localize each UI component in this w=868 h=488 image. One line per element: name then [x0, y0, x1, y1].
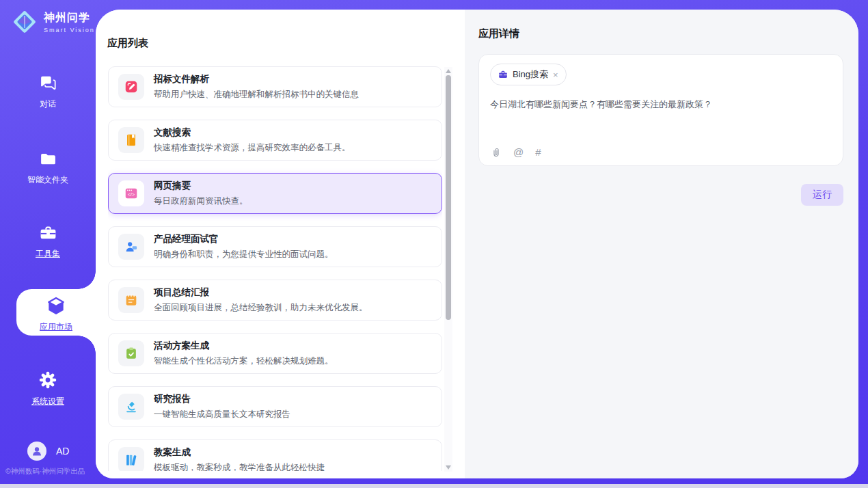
app-description: 一键智能生成高质量长文本研究报告: [154, 409, 290, 420]
copyright-footer: ©神州数码·神州问学出品: [5, 467, 85, 476]
diamond-logo-icon: [11, 8, 38, 36]
attachment-icon[interactable]: [490, 146, 502, 158]
prompt-card: Bing搜索 × 今日湖北有哪些新闻要点？有哪些需要关注的最新政策？ @ #: [478, 54, 843, 166]
sidebar-item-label: 智能文件夹: [27, 175, 68, 185]
tool-tag-label: Bing搜索: [513, 68, 548, 81]
cube-icon: [45, 295, 67, 317]
app-item-literature-search[interactable]: 文献搜索 快速精准查找学术资源，提高研究效率的必备工具。: [108, 120, 442, 161]
run-button[interactable]: 运行: [801, 184, 843, 206]
sidebar-item-label: 工具集: [36, 249, 60, 258]
project-summary-icon: [118, 287, 144, 313]
toolbox-icon: [39, 223, 57, 242]
brand-subtitle: Smart Vision: [44, 27, 95, 33]
tool-tag-bing-search[interactable]: Bing搜索 ×: [490, 64, 567, 85]
sidebar-item-smart-folder[interactable]: 智能文件夹: [0, 150, 96, 186]
app-name: 活动方案生成: [154, 340, 334, 352]
webpage-summary-icon: </>: [118, 180, 144, 206]
interviewer-icon: [118, 234, 144, 260]
app-name: 产品经理面试官: [154, 233, 334, 245]
person-icon: [31, 445, 43, 457]
user-account[interactable]: AD: [0, 442, 96, 461]
prompt-input[interactable]: 今日湖北有哪些新闻要点？有哪些需要关注的最新政策？: [490, 98, 832, 111]
app-name: 研究报告: [154, 393, 290, 405]
hash-icon[interactable]: #: [535, 146, 541, 158]
mention-icon[interactable]: @: [513, 146, 524, 158]
lesson-plan-icon: [118, 447, 144, 471]
scroll-up-icon[interactable]: [446, 69, 451, 73]
app-description: 帮助用户快速、准确地理解和解析招标书中的关键信息: [154, 89, 359, 100]
remove-tag-icon[interactable]: ×: [553, 70, 558, 79]
app-window: 神州问学 Smart Vision 对话 智能文件夹 工具: [0, 0, 868, 484]
app-name: 网页摘要: [154, 180, 248, 192]
folder-icon: [39, 150, 57, 168]
bid-parse-icon: [118, 74, 144, 100]
sidebar-item-toolset[interactable]: 工具集: [0, 223, 96, 260]
sidebar-item-label: 系统设置: [31, 396, 64, 406]
app-description: 快速精准查找学术资源，提高研究效率的必备工具。: [154, 142, 351, 154]
scrollbar-thumb[interactable]: [446, 75, 451, 320]
app-description: 智能生成个性化活动方案，轻松解决规划难题。: [154, 355, 334, 367]
app-item-interviewer[interactable]: 产品经理面试官 明确身份和职责，为您提供专业性的面试问题。: [108, 226, 442, 267]
app-name: 教案生成: [154, 446, 325, 459]
app-name: 招标文件解析: [154, 73, 359, 85]
chat-icon: [39, 74, 57, 92]
brand-name: 神州问学: [44, 11, 95, 25]
app-detail-title: 应用详情: [478, 27, 843, 40]
app-description: 每日政府新闻资讯快查。: [154, 195, 248, 207]
app-description: 全面回顾项目进展，总结经验教训，助力未来优化发展。: [154, 302, 368, 314]
app-description: 明确身份和职责，为您提供专业性的面试问题。: [154, 249, 334, 260]
composer-toolbar: @ #: [490, 146, 541, 158]
app-item-bid-parse[interactable]: 招标文件解析 帮助用户快速、准确地理解和解析招标书中的关键信息: [108, 66, 442, 107]
user-name: AD: [56, 446, 69, 457]
sidebar: 神州问学 Smart Vision 对话 智能文件夹 工具: [0, 0, 96, 484]
app-description: 模板驱动，教案秒成，教学准备从此轻松快捷: [154, 462, 325, 471]
app-item-research-report[interactable]: 研究报告 一键智能生成高质量长文本研究报告: [108, 386, 442, 427]
research-report-icon: [118, 394, 144, 420]
sidebar-item-label: 对话: [40, 99, 56, 109]
sidebar-item-settings[interactable]: 系统设置: [0, 370, 96, 407]
svg-text:</>: </>: [128, 192, 135, 197]
app-item-webpage-summary[interactable]: </> 网页摘要 每日政府新闻资讯快查。: [108, 173, 442, 214]
app-name: 项目总结汇报: [154, 286, 368, 299]
app-item-lesson-plan[interactable]: 教案生成 模板驱动，教案秒成，教学准备从此轻松快捷: [108, 439, 442, 471]
sidebar-item-app-market[interactable]: 应用市场: [16, 289, 96, 336]
app-list: 招标文件解析 帮助用户快速、准确地理解和解析招标书中的关键信息 文献搜索: [108, 66, 442, 471]
sidebar-item-chat[interactable]: 对话: [0, 74, 96, 110]
app-list-panel: 应用列表 招标文件解析 帮助用户快速、准确地理解和解析招标书中的关键信息: [96, 10, 465, 478]
app-item-event-plan[interactable]: 活动方案生成 智能生成个性化活动方案，轻松解决规划难题。: [108, 333, 442, 374]
app-detail-panel: 应用详情 Bing搜索 × 今日湖北有哪些新闻要点？有哪些需要关注的最新政策？: [465, 10, 858, 478]
scroll-down-icon[interactable]: [446, 465, 451, 470]
avatar: [27, 442, 46, 461]
list-scrollbar[interactable]: [444, 67, 452, 472]
main-content: 应用列表 招标文件解析 帮助用户快速、准确地理解和解析招标书中的关键信息: [96, 10, 858, 478]
gear-icon: [38, 370, 57, 390]
literature-search-icon: [118, 127, 144, 153]
app-item-project-summary[interactable]: 项目总结汇报 全面回顾项目进展，总结经验教训，助力未来优化发展。: [108, 280, 442, 321]
window-bottom-edge: [0, 484, 868, 488]
sidebar-item-label: 应用市场: [40, 322, 72, 331]
brand-logo: 神州问学 Smart Vision: [11, 8, 95, 36]
app-name: 文献搜索: [154, 126, 351, 139]
briefcase-icon: [498, 70, 508, 79]
app-list-title: 应用列表: [107, 37, 148, 50]
event-plan-icon: [118, 340, 144, 366]
